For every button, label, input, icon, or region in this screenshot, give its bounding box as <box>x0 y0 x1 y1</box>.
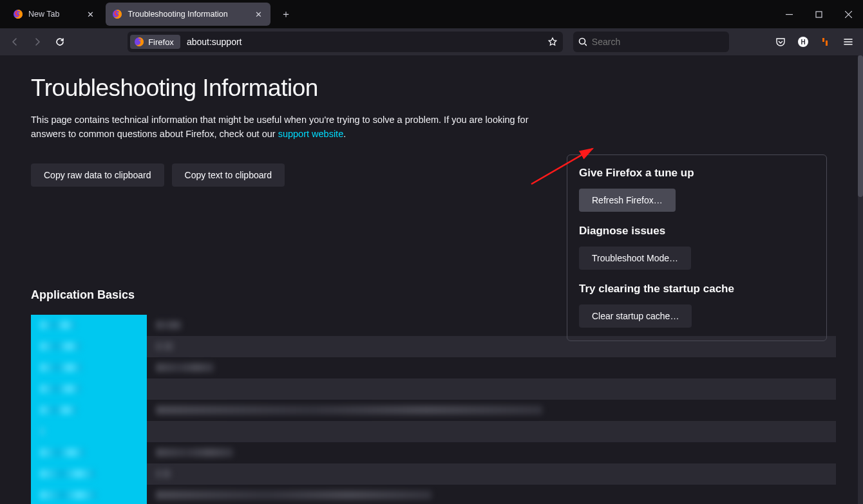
urlbar[interactable]: Firefox about:support <box>128 32 563 52</box>
firefox-icon <box>13 9 23 19</box>
svg-text:H: H <box>801 39 805 46</box>
firefox-icon <box>112 9 122 19</box>
search-icon <box>578 37 587 46</box>
pocket-icon[interactable] <box>770 32 790 52</box>
table-row <box>31 378 836 400</box>
table-row <box>31 357 836 378</box>
svg-rect-3 <box>816 12 822 17</box>
support-link[interactable]: support website <box>278 129 344 139</box>
minimize-button[interactable] <box>774 0 804 28</box>
table-row <box>31 463 836 485</box>
svg-rect-12 <box>826 41 828 46</box>
troubleshoot-mode-button[interactable]: Troubleshoot Mode… <box>579 247 691 270</box>
refresh-firefox-button[interactable]: Refresh Firefox… <box>579 189 676 212</box>
toolbar: Firefox about:support H <box>0 28 863 55</box>
close-icon[interactable]: ✕ <box>254 9 264 19</box>
identity-box[interactable]: Firefox <box>130 35 180 49</box>
diagnose-title: Diagnose issues <box>579 225 815 238</box>
cache-title: Try clearing the startup cache <box>579 283 815 295</box>
table-row <box>31 442 836 463</box>
close-icon[interactable]: ✕ <box>85 9 95 19</box>
svg-point-7 <box>580 39 585 44</box>
app-menu-icon[interactable] <box>838 32 858 52</box>
copy-raw-button[interactable]: Copy raw data to clipboard <box>31 163 164 187</box>
url-text: about:support <box>187 37 542 47</box>
search-input[interactable] <box>592 37 724 47</box>
page-title: Troubleshooting Information <box>31 75 827 102</box>
tab-new-tab[interactable]: New Tab ✕ <box>6 3 102 26</box>
extension-icon[interactable] <box>815 32 835 52</box>
basics-table <box>31 315 836 505</box>
firefox-icon <box>134 37 144 47</box>
window-controls <box>774 0 863 28</box>
searchbar[interactable] <box>573 32 729 52</box>
svg-line-8 <box>585 44 587 46</box>
close-window-button[interactable] <box>833 0 863 28</box>
tab-title: Troubleshooting Information <box>128 10 227 19</box>
maximize-button[interactable] <box>804 0 833 28</box>
intro-text: This page contains technical information… <box>31 113 553 142</box>
forward-button[interactable] <box>28 32 48 52</box>
table-row <box>31 485 836 505</box>
bookmark-star-icon[interactable] <box>542 32 563 52</box>
svg-rect-11 <box>822 38 824 42</box>
tab-title: New Tab <box>28 10 59 19</box>
scrollbar[interactable] <box>858 55 863 504</box>
sidepanel: Give Firefox a tune up Refresh Firefox… … <box>567 154 827 341</box>
content-area: Troubleshooting Information This page co… <box>0 55 858 504</box>
tuneup-title: Give Firefox a tune up <box>579 167 815 180</box>
copy-text-button[interactable]: Copy text to clipboard <box>172 163 285 187</box>
reload-button[interactable] <box>50 32 70 52</box>
titlebar: New Tab ✕ Troubleshooting Information ✕ … <box>0 0 863 28</box>
account-icon[interactable]: H <box>793 32 813 52</box>
clear-cache-button[interactable]: Clear startup cache… <box>579 304 692 328</box>
new-tab-button[interactable]: ＋ <box>277 5 295 23</box>
tab-troubleshooting[interactable]: Troubleshooting Information ✕ <box>106 3 270 26</box>
table-row <box>31 421 836 442</box>
scrollbar-thumb[interactable] <box>858 55 863 197</box>
back-button[interactable] <box>5 32 25 52</box>
identity-label: Firefox <box>148 37 174 47</box>
table-row <box>31 400 836 421</box>
